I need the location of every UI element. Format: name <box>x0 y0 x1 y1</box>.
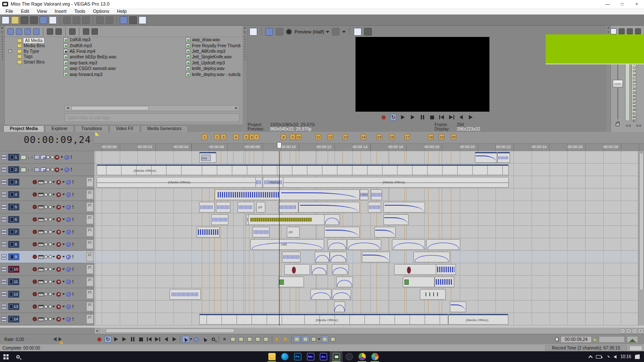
track-grip[interactable] <box>1 191 7 198</box>
scrollbar-thumb[interactable] <box>106 329 234 333</box>
play-icon[interactable] <box>121 336 128 343</box>
timeline-event[interactable] <box>311 264 327 275</box>
track-eq-icon[interactable] <box>38 230 44 234</box>
media-file-row[interactable]: knife_deploy.wav <box>186 66 240 71</box>
record-icon[interactable] <box>96 336 103 343</box>
copy-snapshot-icon[interactable] <box>354 28 361 36</box>
track-header-13[interactable]: 13!27, <box>0 301 94 313</box>
maximize-button[interactable]: □ <box>615 0 629 8</box>
compositing-mode-icon[interactable] <box>41 167 46 172</box>
track-grip[interactable] <box>1 204 7 210</box>
dock-grip[interactable] <box>244 36 246 62</box>
track-header-4[interactable]: 4!27, <box>0 189 94 201</box>
timeline-marker[interactable]: 9 <box>290 134 295 140</box>
timeline-event[interactable] <box>413 252 450 262</box>
play-from-start-icon[interactable] <box>112 336 120 343</box>
minimize-button[interactable]: — <box>600 0 615 8</box>
solo-icon[interactable]: ! <box>72 192 74 198</box>
get-media-web-icon[interactable] <box>33 28 39 35</box>
chevron-down-icon[interactable] <box>52 318 55 320</box>
auto-ripple-icon[interactable] <box>310 336 317 343</box>
track-grip[interactable] <box>1 179 7 186</box>
track-lane-11[interactable] <box>94 276 638 288</box>
project-properties-icon[interactable] <box>249 28 257 36</box>
timeline-marker[interactable]: 4 <box>233 134 239 140</box>
track-gain-value[interactable]: 27, <box>86 289 94 299</box>
menu-options[interactable]: Options <box>89 8 113 14</box>
mute-icon[interactable] <box>66 230 71 234</box>
pin-panel-icon[interactable]: ▿ <box>243 30 247 34</box>
solo-icon[interactable]: ! <box>72 179 74 185</box>
solo-icon[interactable]: ! <box>72 229 74 235</box>
track-header-11[interactable]: 11!27, <box>0 276 94 288</box>
mute-icon[interactable] <box>64 155 69 160</box>
preview-quality-dropdown[interactable]: Preview (Half) <box>295 29 329 34</box>
trimmer-icon[interactable] <box>139 16 146 24</box>
chevron-down-icon[interactable] <box>62 219 65 220</box>
track-header-9[interactable]: 9!27, <box>0 251 94 263</box>
chevron-down-icon[interactable] <box>62 181 65 183</box>
media-file-row[interactable]: awp forward.mp3 <box>64 71 186 77</box>
timeline-marker[interactable]: 14 <box>361 134 366 140</box>
menu-file[interactable]: File <box>2 8 17 14</box>
preview-quality-icon[interactable] <box>286 29 292 35</box>
mute-icon[interactable] <box>66 180 71 185</box>
track-fx-icon[interactable] <box>34 155 39 159</box>
track-header-2[interactable]: 2↓↑! <box>0 164 94 176</box>
track-motion-icon[interactable] <box>21 155 26 160</box>
record-arm-icon[interactable] <box>33 205 37 209</box>
timeline-event[interactable] <box>298 202 360 213</box>
timeline-marker[interactable]: 2 <box>214 134 220 140</box>
shuttle-slider[interactable] <box>27 339 79 340</box>
timeline-marker[interactable]: 7 <box>254 134 259 140</box>
automation-settings-icon[interactable] <box>56 267 61 272</box>
mute-icon[interactable] <box>66 192 71 197</box>
trim-icon[interactable] <box>229 336 237 343</box>
timeline-event[interactable] <box>347 239 381 250</box>
close-panel-icon[interactable]: × <box>606 26 611 30</box>
automation-icon[interactable] <box>45 219 51 222</box>
mute-icon[interactable] <box>66 317 71 322</box>
zoom-in-track-icon[interactable]: + <box>638 329 643 333</box>
automation-icon[interactable] <box>45 207 51 210</box>
undo-icon[interactable] <box>96 16 104 24</box>
taskbar-app-obs-studio[interactable] <box>343 351 355 362</box>
track-grip[interactable] <box>1 154 7 161</box>
track-grip[interactable] <box>1 228 7 235</box>
zoom-out-track-icon[interactable]: − <box>632 329 637 333</box>
timeline-event[interactable]: Media <box>263 177 283 188</box>
timeline-event[interactable] <box>170 289 201 300</box>
go-to-end-icon[interactable] <box>448 114 454 121</box>
properties-icon[interactable] <box>49 16 57 24</box>
scroll-right-icon[interactable]: ► <box>234 106 239 111</box>
media-file-row[interactable]: another bEEp BeEp.wav <box>64 54 186 60</box>
downmix-output-icon[interactable] <box>627 28 633 34</box>
automation-settings-icon[interactable] <box>55 167 59 172</box>
cut-icon[interactable] <box>63 16 71 24</box>
track-header-1[interactable]: 1↓↑! <box>0 151 94 164</box>
taskbar-app-game-launcher[interactable] <box>355 351 368 362</box>
timeline-event[interactable] <box>199 202 215 213</box>
track-eq-icon[interactable] <box>38 205 44 209</box>
chevron-down-icon[interactable] <box>52 268 55 270</box>
scrollbar-thumb[interactable] <box>639 153 644 290</box>
solo-icon[interactable]: ! <box>72 254 74 260</box>
shuttle-knob[interactable] <box>53 337 63 342</box>
timeline-event[interactable] <box>330 252 347 262</box>
track-grip[interactable] <box>1 316 7 322</box>
tag-edit-field[interactable]: Select files to edit tags <box>64 113 240 122</box>
track-eq-icon[interactable] <box>38 218 44 222</box>
loop-region-start-icon[interactable] <box>95 132 99 136</box>
timeline-marker[interactable]: 11 <box>316 134 321 140</box>
automation-icon[interactable] <box>45 231 51 234</box>
track-grip[interactable] <box>1 241 7 248</box>
insert-region-icon[interactable] <box>282 336 289 343</box>
automation-settings-icon[interactable] <box>55 155 59 160</box>
mute-icon[interactable] <box>66 217 71 222</box>
automation-icon[interactable] <box>45 194 51 197</box>
playhead-handle[interactable] <box>277 142 282 149</box>
track-header-14[interactable]: 14!27, <box>0 313 94 325</box>
chevron-down-icon[interactable] <box>52 243 55 245</box>
track-gain-value[interactable]: 27, <box>86 215 94 224</box>
close-button[interactable]: × <box>629 0 644 8</box>
